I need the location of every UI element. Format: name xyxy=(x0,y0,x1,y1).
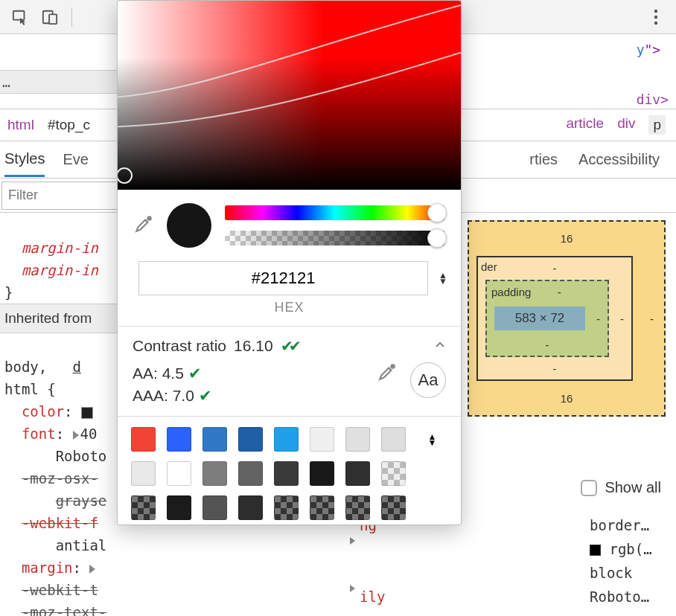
box-model-border-top[interactable]: - xyxy=(553,262,557,275)
computed-name[interactable] xyxy=(360,537,590,561)
palette-swatch[interactable] xyxy=(131,427,156,452)
expander-icon[interactable] xyxy=(73,431,79,440)
palette-swatch[interactable] xyxy=(203,427,227,452)
box-model-padding-right[interactable]: - xyxy=(596,312,600,325)
palette-swatch[interactable] xyxy=(381,495,406,520)
palette-swatch[interactable] xyxy=(310,495,334,520)
box-model-padding-bottom[interactable]: - xyxy=(546,339,549,351)
expander-icon[interactable] xyxy=(350,537,355,545)
palette-spinner[interactable]: ▲▼ xyxy=(417,427,447,452)
satval-cursor-icon[interactable] xyxy=(117,167,133,184)
css-selector[interactable]: html { xyxy=(4,381,56,397)
palette-swatch[interactable] xyxy=(310,461,334,486)
format-spinner[interactable]: ▲▼ xyxy=(439,272,447,284)
alpha-slider[interactable] xyxy=(225,231,444,246)
palette-swatch[interactable] xyxy=(238,495,263,520)
computed-value[interactable]: Roboto… xyxy=(590,585,672,609)
css-prop-margin[interactable]: margin xyxy=(22,559,73,576)
eyedropper-icon[interactable] xyxy=(134,214,153,237)
box-model-border-label: der xyxy=(481,260,497,273)
css-prop[interactable]: margin-in xyxy=(22,240,98,256)
css-value[interactable]: Roboto xyxy=(56,448,107,464)
aa-threshold: AA: 4.5 xyxy=(133,365,184,382)
palette-swatch[interactable] xyxy=(238,461,263,486)
expander-icon[interactable] xyxy=(89,565,95,574)
svg-point-7 xyxy=(391,365,394,368)
slider-thumb[interactable] xyxy=(427,228,447,248)
checkbox-icon[interactable] xyxy=(581,480,597,496)
css-prop-strikethrough[interactable]: -moz-osx- xyxy=(22,470,98,487)
css-prop-strikethrough[interactable]: -moz-text- xyxy=(22,604,106,616)
double-check-icon: ✔✔ xyxy=(281,337,297,355)
box-model-margin-right[interactable]: - xyxy=(650,312,654,325)
tab-properties[interactable]: rties xyxy=(529,151,558,168)
breadcrumb-item[interactable]: article xyxy=(566,115,604,135)
svg-rect-2 xyxy=(49,14,57,24)
breadcrumb-item[interactable]: html xyxy=(7,117,34,133)
palette-swatch[interactable] xyxy=(345,461,370,486)
palette-swatch[interactable] xyxy=(381,427,406,452)
box-model-border-bottom[interactable]: - xyxy=(553,362,557,375)
box-model-diagram[interactable]: 16 16 - der - - - padding - - - 583 × 72 xyxy=(468,220,666,417)
tab-event-listeners[interactable]: Eve xyxy=(63,151,88,168)
computed-name[interactable]: ily xyxy=(360,585,590,609)
contrast-ratio-label: Contrast ratio xyxy=(133,337,226,355)
palette-swatch[interactable] xyxy=(167,427,191,452)
inspect-element-icon[interactable] xyxy=(7,4,33,30)
kebab-menu-icon[interactable] xyxy=(643,4,669,30)
computed-value[interactable]: rgb(… xyxy=(590,537,672,561)
palette-swatch[interactable] xyxy=(203,495,227,520)
svg-point-6 xyxy=(147,216,150,219)
tab-accessibility[interactable]: Accessibility xyxy=(578,151,660,168)
palette-swatch[interactable] xyxy=(274,495,299,520)
palette-swatch[interactable] xyxy=(131,495,156,520)
palette-swatch[interactable] xyxy=(131,461,156,486)
palette-swatch[interactable] xyxy=(345,495,370,520)
palette-swatch[interactable] xyxy=(167,461,191,486)
hex-input[interactable] xyxy=(138,261,428,295)
background-eyedropper-icon[interactable] xyxy=(377,362,397,388)
palette-swatch[interactable] xyxy=(203,461,227,486)
css-prop-strikethrough[interactable]: -webkit-t xyxy=(22,582,98,598)
computed-value[interactable]: block xyxy=(590,561,672,585)
chevron-up-icon[interactable] xyxy=(434,337,446,355)
tab-styles[interactable]: Styles xyxy=(4,150,45,177)
css-prop-strikethrough[interactable]: -webkit-f xyxy=(22,515,98,531)
palette-swatch[interactable] xyxy=(274,427,299,452)
saturation-value-field[interactable] xyxy=(118,1,461,190)
color-swatch-icon[interactable] xyxy=(81,407,93,419)
device-toggle-icon[interactable] xyxy=(37,4,63,30)
css-value: antial xyxy=(56,537,107,554)
palette-swatch[interactable] xyxy=(345,427,370,452)
breadcrumb-item-selected[interactable]: p xyxy=(648,115,666,135)
color-palette: ▲▼ xyxy=(118,416,461,524)
css-prop-font[interactable]: font xyxy=(22,426,56,442)
box-model-content[interactable]: 583 × 72 xyxy=(494,307,585,330)
breadcrumb-item[interactable]: #top_c xyxy=(48,117,90,133)
box-model-margin-top[interactable]: 16 xyxy=(561,232,573,245)
color-swatch-icon[interactable] xyxy=(590,545,601,556)
box-model-padding-top[interactable]: - xyxy=(558,286,561,298)
slider-thumb[interactable] xyxy=(427,203,447,222)
aaa-threshold: AAA: 7.0 xyxy=(133,387,194,404)
palette-swatch[interactable] xyxy=(274,461,299,486)
css-prop[interactable]: margin-in xyxy=(22,262,98,278)
hue-slider[interactable] xyxy=(225,205,444,220)
palette-swatch[interactable] xyxy=(167,495,191,520)
box-model-border-right[interactable]: - xyxy=(620,312,624,325)
box-model-margin-bottom[interactable]: 16 xyxy=(561,392,573,405)
css-prop-color[interactable]: color xyxy=(22,403,64,420)
breadcrumb-item[interactable]: div xyxy=(617,115,635,135)
toolbar-divider xyxy=(71,7,72,27)
computed-value[interactable]: border… xyxy=(590,513,672,537)
computed-name[interactable] xyxy=(360,561,590,585)
svg-point-4 xyxy=(654,15,657,18)
css-selector[interactable]: body, d xyxy=(4,359,81,375)
collapsed-ancestors[interactable]: … xyxy=(0,70,118,94)
expander-icon[interactable] xyxy=(350,585,355,592)
palette-swatch[interactable] xyxy=(310,427,334,452)
show-all-toggle[interactable]: Show all xyxy=(581,479,661,496)
palette-swatch[interactable] xyxy=(238,427,263,452)
palette-swatch-transparent[interactable] xyxy=(381,461,406,486)
contrast-sample-button[interactable]: Aa xyxy=(410,362,446,398)
